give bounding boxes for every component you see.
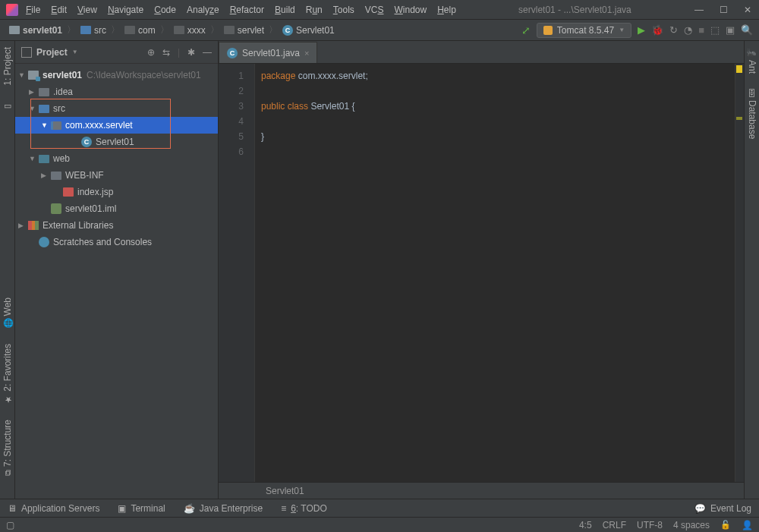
- menu-window[interactable]: Window: [394, 5, 427, 15]
- search-everywhere-button[interactable]: 🔍: [741, 24, 753, 36]
- editor-tabs: C Servlet01.java ×: [219, 41, 744, 64]
- menu-analyze[interactable]: Analyze: [187, 5, 219, 15]
- error-stripe[interactable]: [735, 64, 744, 482]
- menu-view[interactable]: View: [77, 5, 97, 15]
- chevron-down-icon[interactable]: ▼: [72, 49, 78, 55]
- todo-icon: ≡: [281, 503, 286, 514]
- profile-button[interactable]: ◔: [684, 24, 692, 36]
- menu-build[interactable]: Build: [275, 5, 295, 15]
- tab-structure[interactable]: ⧉ 7: Structure: [2, 420, 13, 476]
- crumb-file[interactable]: C Servlet01: [279, 24, 338, 37]
- expand-toggle-icon[interactable]: [41, 121, 49, 129]
- crumb-src[interactable]: src: [77, 24, 109, 37]
- expand-toggle-icon[interactable]: [18, 71, 26, 79]
- menu-code[interactable]: Code: [154, 5, 176, 15]
- tool-window-icon[interactable]: ▭: [4, 101, 11, 111]
- coverage-button[interactable]: ↻: [669, 24, 678, 36]
- tree-node-class[interactable]: C Servlet01: [15, 134, 218, 150]
- tree-node-scratches[interactable]: Scratches and Consoles: [15, 234, 218, 250]
- tool-java-enterprise[interactable]: ☕ Java Enterprise: [184, 503, 263, 514]
- menu-bar: FFileile Edit View Navigate Code Analyze…: [26, 5, 456, 15]
- layout-button[interactable]: ▣: [726, 24, 735, 36]
- window-controls: — ☐ ✕: [694, 5, 753, 15]
- expand-toggle-icon[interactable]: [29, 105, 36, 112]
- module-icon: [9, 26, 20, 34]
- collapse-icon[interactable]: ⇆: [162, 47, 170, 58]
- memory-indicator-icon[interactable]: 👤: [742, 520, 753, 530]
- debug-button[interactable]: 🐞: [651, 24, 663, 36]
- settings-icon[interactable]: ✱: [187, 47, 195, 58]
- menu-vcs[interactable]: VCS: [365, 5, 384, 15]
- code-content[interactable]: package com.xxxx.servlet; public class S…: [255, 64, 735, 482]
- locate-icon[interactable]: ⊕: [147, 47, 155, 58]
- tab-ant[interactable]: 🐜Ant: [747, 47, 757, 74]
- tab-favorites[interactable]: ★ 2: Favorites: [2, 344, 13, 405]
- window-title: servlet01 - ...\Servlet01.java: [456, 5, 694, 15]
- indent-info[interactable]: 4 spaces: [673, 520, 710, 530]
- window-titlebar: FFileile Edit View Navigate Code Analyze…: [0, 0, 759, 20]
- readonly-lock-icon[interactable]: 🔓: [720, 520, 731, 530]
- tab-database[interactable]: 🗄Database: [747, 89, 757, 139]
- tree-node-iml[interactable]: servlet01.iml: [15, 200, 218, 217]
- tomcat-icon: [543, 26, 553, 35]
- tree-node-extlib[interactable]: External Libraries: [15, 217, 218, 234]
- menu-help[interactable]: Help: [437, 5, 456, 15]
- server-icon: 🖥: [8, 503, 17, 514]
- toolwindow-toggle-icon[interactable]: ▢: [6, 520, 14, 530]
- close-button[interactable]: ✕: [742, 5, 753, 15]
- crumb-xxxx[interactable]: xxxx: [171, 24, 209, 37]
- package-icon: [51, 121, 61, 130]
- menu-edit[interactable]: Edit: [51, 5, 67, 15]
- menu-tools[interactable]: Tools: [333, 5, 354, 15]
- app-icon: [6, 4, 18, 16]
- tree-node-web[interactable]: web: [15, 150, 218, 167]
- tree-node-src[interactable]: src: [15, 100, 218, 117]
- code-editor[interactable]: 1 2 3 4 5 6 package com.xxxx.servlet; pu…: [219, 64, 744, 482]
- crumb-root[interactable]: servlet01: [6, 24, 65, 37]
- expand-toggle-icon[interactable]: [29, 155, 36, 162]
- line-separator[interactable]: CRLF: [603, 520, 626, 530]
- tree-node-indexjsp[interactable]: index.jsp: [15, 184, 218, 200]
- run-button[interactable]: ▶: [638, 24, 645, 36]
- crumb-com[interactable]: com: [121, 24, 159, 37]
- menu-file[interactable]: FFileile: [26, 5, 40, 15]
- expand-toggle-icon[interactable]: [18, 222, 26, 229]
- tab-web[interactable]: 🌐 Web: [2, 297, 13, 329]
- editor-tab[interactable]: C Servlet01.java ×: [219, 42, 317, 63]
- warning-marker-icon[interactable]: [736, 117, 742, 120]
- tool-todo[interactable]: ≡ 6: TODO 6: TODO: [281, 503, 327, 514]
- breadcrumb-item[interactable]: Servlet01: [266, 486, 304, 496]
- tab-project[interactable]: 1: Project: [2, 47, 13, 86]
- menu-refactor[interactable]: Refactor: [230, 5, 264, 15]
- expand-toggle-icon[interactable]: [41, 172, 49, 179]
- tree-node-idea[interactable]: .idea: [15, 83, 218, 100]
- build-button[interactable]: ⤢: [521, 24, 531, 36]
- tool-label: Java Enterprise: [200, 503, 263, 514]
- node-label: servlet01: [43, 70, 82, 80]
- node-label: web: [53, 153, 70, 164]
- crumb-servlet[interactable]: servlet: [221, 24, 267, 37]
- expand-toggle-icon[interactable]: [29, 88, 36, 96]
- tool-event-log[interactable]: 💬 Event Log: [694, 503, 751, 514]
- menu-run[interactable]: Run: [306, 5, 323, 15]
- tool-terminal[interactable]: ▣ Terminal: [118, 503, 165, 514]
- node-label: External Libraries: [43, 220, 113, 231]
- tool-label: Terminal: [131, 503, 165, 514]
- tree-node-root[interactable]: servlet01 C:\IdeaWorkspace\servlet01: [15, 67, 218, 83]
- tree-node-webinf[interactable]: WEB-INF: [15, 167, 218, 184]
- run-configuration-selector[interactable]: Tomcat 8.5.47 ▼: [537, 23, 631, 38]
- file-encoding[interactable]: UTF-8: [637, 520, 663, 530]
- caret-position[interactable]: 4:5: [579, 520, 592, 530]
- hide-icon[interactable]: —: [203, 47, 212, 58]
- minimize-button[interactable]: —: [694, 5, 704, 15]
- tab-close-icon[interactable]: ×: [304, 49, 309, 58]
- tree-node-package[interactable]: com.xxxx.servlet: [15, 117, 218, 134]
- menu-navigate[interactable]: Navigate: [108, 5, 143, 15]
- panel-title[interactable]: Project: [36, 47, 68, 58]
- line-number: 4: [219, 114, 244, 129]
- maximize-button[interactable]: ☐: [718, 5, 729, 15]
- stop-button[interactable]: ■: [698, 24, 704, 36]
- warning-marker-icon[interactable]: [736, 65, 742, 73]
- tool-app-servers[interactable]: 🖥 Application Servers: [8, 503, 99, 514]
- update-button[interactable]: ⬚: [710, 24, 720, 36]
